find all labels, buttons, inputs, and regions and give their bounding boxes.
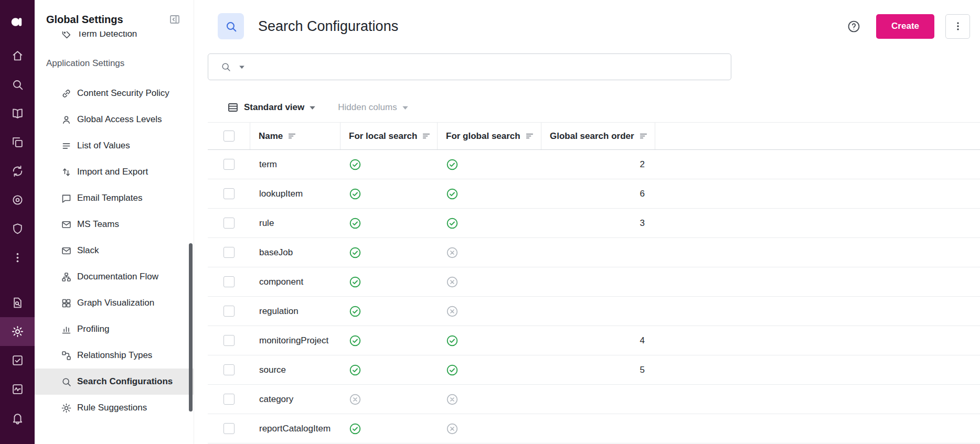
- cell-empty: [655, 297, 980, 326]
- disabled-cross-icon: [445, 246, 459, 259]
- row-checkbox[interactable]: [223, 247, 235, 258]
- sidebar-item-graph-visualization[interactable]: Graph Visualization: [35, 290, 194, 316]
- row-checkbox[interactable]: [223, 394, 235, 405]
- row-select-cell: [208, 209, 250, 237]
- column-header-name[interactable]: Name: [250, 123, 340, 149]
- rail-pulse-button[interactable]: [0, 375, 35, 404]
- table-row-source[interactable]: source5: [208, 355, 980, 385]
- row-checkbox[interactable]: [223, 188, 235, 199]
- envelope-icon: [61, 245, 72, 256]
- sidebar-item-label: List of Values: [77, 140, 130, 151]
- rail-shield-button[interactable]: [0, 214, 35, 243]
- search-input[interactable]: [252, 54, 731, 80]
- cell-empty: [655, 326, 980, 355]
- more-options-button[interactable]: [945, 14, 970, 39]
- sidebar-item-global-access-levels[interactable]: Global Access Levels: [35, 106, 194, 133]
- collapse-sidebar-icon[interactable]: [168, 13, 181, 26]
- row-select-cell: [208, 150, 250, 179]
- row-checkbox[interactable]: [223, 159, 235, 170]
- cell-empty: [655, 150, 980, 179]
- column-header-global-search-order[interactable]: Global search order: [541, 123, 655, 149]
- cell-local-search: [340, 326, 438, 355]
- cell-name: monitoringProject: [250, 326, 340, 355]
- enabled-check-icon: [445, 216, 459, 230]
- rail-bell-button[interactable]: [0, 404, 35, 432]
- list-icon: [61, 140, 72, 151]
- table-row-monitoringProject[interactable]: monitoringProject4: [208, 326, 980, 355]
- sidebar-item-relationship-types[interactable]: Relationship Types: [35, 342, 194, 369]
- sidebar-item-ms-teams[interactable]: MS Teams: [35, 211, 194, 237]
- rail-dots-vertical-button[interactable]: [0, 243, 35, 272]
- relationship-icon: [61, 350, 72, 361]
- rail-task-check-button[interactable]: [0, 346, 35, 375]
- content: Standard view Hidden colums NameFor loca…: [194, 48, 980, 443]
- disabled-cross-icon: [348, 393, 362, 406]
- sidebar-section-label: Application Settings: [35, 56, 194, 71]
- sidebar-item-email-templates[interactable]: Email Templates: [35, 185, 194, 211]
- sidebar-item-documentation-flow[interactable]: Documentation Flow: [35, 264, 194, 290]
- sidebar-item-rule-suggestions[interactable]: Rule Suggestions: [35, 395, 194, 421]
- row-checkbox[interactable]: [223, 423, 235, 434]
- column-header-for-local-search[interactable]: For local search: [340, 123, 438, 149]
- select-all-checkbox[interactable]: [223, 131, 235, 142]
- sidebar-item-import-and-export[interactable]: Import and Export: [35, 159, 194, 185]
- search-dropdown-caret-icon[interactable]: [239, 65, 245, 69]
- sidebar-item-list-of-values[interactable]: List of Values: [35, 133, 194, 159]
- row-checkbox[interactable]: [223, 364, 235, 375]
- table-row-component[interactable]: component: [208, 267, 980, 297]
- cell-global-search-order: 4: [541, 326, 655, 355]
- cell-name: regulation: [250, 297, 340, 326]
- cell-empty: [655, 179, 980, 208]
- hidden-columns-selector[interactable]: Hidden colums: [338, 102, 408, 113]
- cell-empty: [655, 414, 980, 443]
- cell-global-search: [438, 326, 541, 355]
- sidebar-scrollbar[interactable]: [189, 243, 193, 411]
- sort-icon[interactable]: [287, 132, 296, 140]
- rail-book-button[interactable]: [0, 99, 35, 128]
- sidebar-item-profiling[interactable]: Profiling: [35, 316, 194, 342]
- rail-file-search-button[interactable]: [0, 288, 35, 317]
- row-checkbox[interactable]: [223, 306, 235, 317]
- enabled-check-icon: [348, 422, 362, 436]
- cell-empty: [655, 267, 980, 296]
- enabled-check-icon: [348, 305, 362, 318]
- cell-global-search-order: [541, 297, 655, 326]
- sidebar-item-slack[interactable]: Slack: [35, 237, 194, 264]
- create-button[interactable]: Create: [876, 14, 934, 39]
- cell-global-search: [438, 150, 541, 179]
- help-button[interactable]: [845, 18, 862, 35]
- row-checkbox[interactable]: [223, 335, 235, 346]
- sort-icon[interactable]: [525, 132, 534, 140]
- rail-target-button[interactable]: [0, 186, 35, 214]
- cell-name: reportCatalogItem: [250, 414, 340, 443]
- rail-search-button[interactable]: [0, 70, 35, 99]
- column-header-for-global-search[interactable]: For global search: [438, 123, 541, 149]
- table-row-baseJob[interactable]: baseJob: [208, 238, 980, 267]
- cell-name: lookupItem: [250, 179, 340, 208]
- table-row-regulation[interactable]: regulation: [208, 297, 980, 326]
- rail-home-button[interactable]: [0, 41, 35, 70]
- sidebar-item-label: Content Security Policy: [77, 88, 169, 99]
- cell-local-search: [340, 414, 438, 443]
- sidebar-item-search-configurations[interactable]: Search Configurations: [35, 369, 194, 395]
- table-row-category[interactable]: category: [208, 385, 980, 414]
- table-row-term[interactable]: term2: [208, 150, 980, 179]
- rail-gear-button[interactable]: [0, 317, 35, 346]
- bar-chart-icon: [61, 324, 72, 335]
- table-row-lookupItem[interactable]: lookupItem6: [208, 179, 980, 209]
- row-checkbox[interactable]: [223, 276, 235, 287]
- table-row-reportCatalogItem[interactable]: reportCatalogItem: [208, 414, 980, 443]
- table-row-rule[interactable]: rule3: [208, 209, 980, 238]
- rail-sync-button[interactable]: [0, 157, 35, 186]
- row-checkbox[interactable]: [223, 218, 235, 229]
- view-selector[interactable]: Standard view: [227, 101, 316, 114]
- search-bar: [208, 53, 731, 80]
- rail-copy-button[interactable]: [0, 128, 35, 157]
- sort-icon[interactable]: [639, 132, 648, 140]
- sort-icon[interactable]: [422, 132, 431, 140]
- page-title: Search Configurations: [258, 18, 398, 35]
- column-label: Name: [259, 131, 283, 142]
- sidebar-item-content-security-policy[interactable]: Content Security Policy: [35, 80, 194, 106]
- table-body: term2lookupItem6rule3baseJobcomponentreg…: [208, 150, 980, 443]
- disabled-cross-icon: [445, 275, 459, 289]
